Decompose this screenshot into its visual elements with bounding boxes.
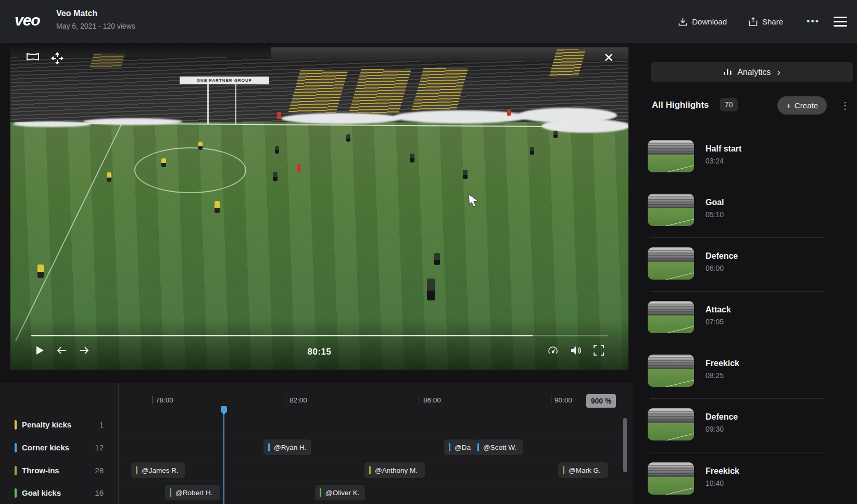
- timeline-legend-divider: [118, 383, 119, 504]
- player-marker: [215, 201, 220, 213]
- event-label: @Mark G.: [569, 467, 601, 474]
- player-marker: [275, 146, 279, 154]
- playhead-line: [223, 413, 224, 504]
- timeline-event-chip[interactable]: @Scott W.: [473, 439, 523, 455]
- share-label: Share: [762, 17, 783, 26]
- analytics-label: Analytics: [737, 68, 771, 77]
- timeline-event-chip[interactable]: @Robert H.: [165, 485, 220, 500]
- list-divider: [650, 452, 824, 452]
- throw-ins-color-bar: [15, 466, 17, 475]
- ruler-label: 90:00: [554, 396, 572, 404]
- download-icon: [678, 17, 687, 26]
- create-highlight-button[interactable]: + Create: [777, 96, 827, 115]
- timeline-event-chip[interactable]: @James R.: [131, 462, 185, 478]
- highlight-time: 06:00: [705, 264, 724, 272]
- highlight-thumbnail[interactable]: [648, 408, 694, 440]
- player-marker: [107, 172, 111, 182]
- analytics-bars-icon: [723, 67, 732, 78]
- pitch-center-circle: [134, 147, 246, 193]
- playhead-marker[interactable]: [221, 406, 227, 415]
- highlight-thumbnail[interactable]: [648, 462, 694, 495]
- highlight-item[interactable]: Freekick 08:25: [640, 355, 857, 387]
- legend-row-throw-ins[interactable]: Throw-ins 28: [0, 465, 118, 476]
- corner-kicks-color-bar: [15, 443, 17, 452]
- legend-row-goal-kicks[interactable]: Goal kicks 16: [0, 487, 118, 499]
- highlight-thumbnail[interactable]: [648, 247, 694, 280]
- player-marker: [198, 142, 203, 150]
- highlight-title: Defence: [705, 412, 738, 422]
- highlight-item[interactable]: Half start 03:24: [640, 140, 857, 172]
- player-marker: [427, 279, 435, 300]
- ruler-label: 78:00: [156, 396, 173, 404]
- pan-move-icon[interactable]: [51, 52, 64, 67]
- highlight-thumbnail[interactable]: [648, 140, 694, 172]
- legend-row-penalty-kicks[interactable]: Penalty kicks 1: [0, 419, 118, 431]
- player-marker: [37, 264, 44, 278]
- yellow-seat-section: [90, 54, 125, 68]
- analytics-button[interactable]: Analytics ›: [651, 62, 853, 82]
- more-options-button[interactable]: •••: [806, 16, 820, 27]
- highlight-thumbnail[interactable]: [648, 194, 694, 226]
- referee-marker: [297, 164, 301, 172]
- player-marker: [161, 158, 166, 167]
- highlight-thumbnail[interactable]: [648, 355, 694, 387]
- download-button[interactable]: Download: [678, 17, 727, 26]
- timeline-event-chip[interactable]: @Ryan H.: [263, 439, 311, 455]
- plus-icon: +: [786, 101, 791, 110]
- video-player[interactable]: ONE PARTNER GROUP: [10, 43, 628, 370]
- timeline-event-chip[interactable]: @Anthony M.: [364, 462, 425, 478]
- highlight-item[interactable]: Defence 09:30: [640, 408, 857, 440]
- video-controls: 80:15: [10, 328, 628, 370]
- event-label: @James R.: [142, 467, 179, 474]
- panorama-view-icon[interactable]: [26, 52, 40, 67]
- chevron-right-icon: ›: [777, 66, 780, 78]
- highlight-item[interactable]: Attack 07:05: [640, 301, 857, 333]
- progress-bar[interactable]: [31, 335, 608, 336]
- legend-label: Goal kicks: [22, 488, 61, 497]
- hamburger-menu-button[interactable]: [834, 14, 847, 29]
- timeline-scrollbar[interactable]: [623, 418, 627, 472]
- highlight-item[interactable]: Defence 06:00: [640, 247, 857, 280]
- share-icon: [749, 17, 758, 26]
- legend-row-corner-kicks[interactable]: Corner kicks 12: [0, 442, 118, 453]
- timeline-event-chip[interactable]: @Da: [444, 439, 474, 455]
- goal-kicks-color-bar: [15, 488, 17, 498]
- fullscreen-icon[interactable]: [593, 345, 604, 356]
- match-meta: May 6, 2021 - 120 views: [56, 22, 135, 30]
- highlight-item[interactable]: Goal 05:10: [640, 194, 857, 226]
- event-label: @Ryan H.: [274, 444, 306, 451]
- highlight-time: 08:25: [705, 371, 724, 380]
- all-highlights-label: All Highlights: [652, 100, 709, 110]
- veo-logo[interactable]: veo: [15, 11, 40, 29]
- event-label: @Anthony M.: [375, 467, 418, 474]
- timeline-event-chip[interactable]: @Oliver K.: [315, 485, 365, 500]
- timeline-row-line: [118, 436, 633, 436]
- highlight-thumbnail[interactable]: [648, 301, 694, 333]
- list-divider: [650, 345, 824, 345]
- event-label: @Oliver K.: [325, 489, 359, 497]
- snow-pile: [13, 121, 91, 127]
- highlight-item[interactable]: Freekick 10:40: [640, 462, 857, 495]
- player-marker: [346, 134, 350, 142]
- timeline-panel: Penalty kicks 1 Corner kicks 12 Throw-in…: [0, 383, 633, 504]
- highlight-time: 05:10: [705, 210, 724, 219]
- page-title: Veo Match: [56, 9, 135, 18]
- list-divider: [650, 291, 824, 292]
- list-divider: [650, 398, 824, 399]
- highlights-kebab-icon[interactable]: ⋮: [840, 100, 850, 111]
- timeline-event-chip[interactable]: @Mark G.: [558, 462, 608, 478]
- timeline-zoom-level[interactable]: 900 %: [586, 394, 616, 408]
- match-title-block: Veo Match May 6, 2021 - 120 views: [56, 9, 135, 30]
- ruler-tick: [551, 396, 551, 404]
- legend-label: Penalty kicks: [22, 420, 71, 429]
- close-icon[interactable]: ✕: [603, 52, 614, 64]
- highlights-header: All Highlights 70 + Create ⋮: [651, 96, 853, 115]
- highlight-time: 07:05: [705, 318, 724, 326]
- share-button[interactable]: Share: [749, 17, 783, 26]
- highlight-title: Freekick: [705, 359, 739, 368]
- download-label: Download: [692, 17, 727, 26]
- playback-speed-icon[interactable]: [547, 345, 559, 356]
- volume-icon[interactable]: [570, 345, 582, 356]
- legend-count: 1: [99, 420, 104, 429]
- legend-count: 28: [95, 466, 104, 475]
